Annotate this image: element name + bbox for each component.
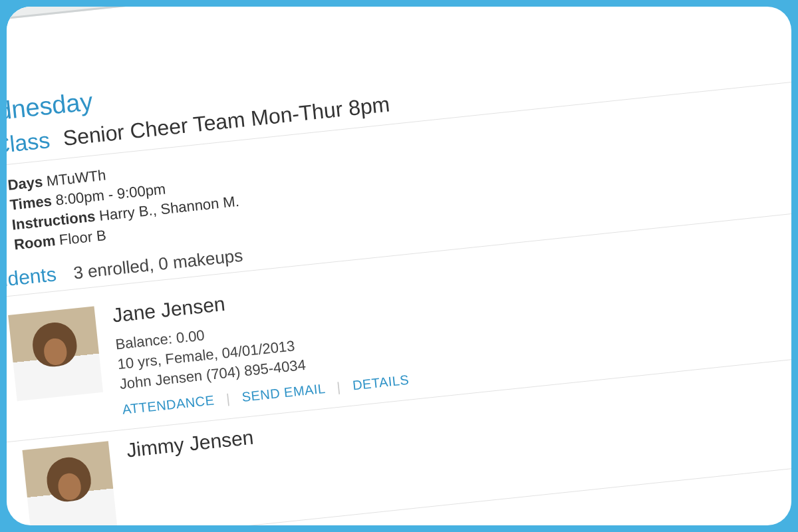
send-email-link[interactable]: SEND EMAIL xyxy=(241,381,326,404)
details-link[interactable]: DETAILS xyxy=(352,372,410,393)
avatar xyxy=(22,441,117,525)
room-value: Floor B xyxy=(59,227,107,248)
avatar xyxy=(8,306,103,401)
separator: | xyxy=(225,391,231,406)
students-label: Students xyxy=(7,263,57,293)
arrow-left-icon xyxy=(7,7,25,7)
class-label: Class xyxy=(7,127,51,159)
days-value: MTuWTh xyxy=(46,167,107,190)
separator: | xyxy=(336,379,341,394)
times-label: Times xyxy=(9,192,53,213)
room-label: Room xyxy=(13,232,57,253)
students-summary: 3 enrolled, 0 makeups xyxy=(72,245,244,284)
attendance-link[interactable]: ATTENDANCE xyxy=(122,392,215,416)
days-label: Days xyxy=(7,174,43,194)
